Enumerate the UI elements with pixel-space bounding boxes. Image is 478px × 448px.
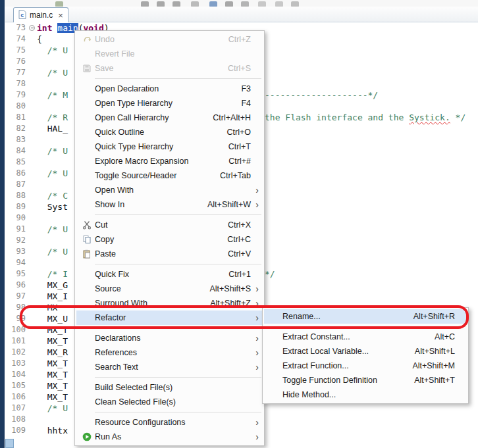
submenu-item-rename[interactable]: Rename...Alt+Shift+R bbox=[264, 309, 467, 324]
menu-item-show-in[interactable]: Show InAlt+Shift+W› bbox=[76, 197, 263, 212]
menu-item-open-type-hierarchy[interactable]: Open Type HierarchyF4 bbox=[76, 96, 263, 111]
submenu-item-extract-local-variable[interactable]: Extract Local Variable...Alt+Shift+L bbox=[264, 344, 467, 359]
line-number[interactable]: 86 bbox=[5, 168, 28, 179]
line-number[interactable]: 92 bbox=[5, 235, 28, 246]
code-segment: /* U bbox=[37, 146, 68, 156]
line-number[interactable]: 95 bbox=[5, 268, 28, 280]
line-number[interactable]: 75 bbox=[5, 45, 28, 56]
code-text: MX_R bbox=[37, 347, 68, 358]
menu-item-open-call-hierarchy[interactable]: Open Call HierarchyCtrl+Alt+H bbox=[76, 111, 263, 125]
line-number[interactable]: 87 bbox=[5, 179, 28, 190]
menu-shortcut: Ctrl+C bbox=[215, 235, 251, 244]
line-number[interactable]: 105 bbox=[5, 380, 28, 391]
menu-item-run-as[interactable]: Run As› bbox=[76, 430, 263, 444]
line-number[interactable]: 94 bbox=[5, 257, 28, 268]
menu-item-label: Cut bbox=[95, 220, 107, 230]
menu-item-search-text[interactable]: Search Text› bbox=[76, 360, 263, 374]
line-number[interactable]: 80 bbox=[5, 101, 28, 112]
menu-item-open-with[interactable]: Open With› bbox=[76, 183, 263, 197]
line-number[interactable]: 109 bbox=[5, 425, 28, 436]
line-number[interactable]: 83 bbox=[5, 134, 28, 145]
line-number[interactable]: 78 bbox=[5, 78, 28, 89]
menu-item-cut[interactable]: CutCtrl+X bbox=[76, 218, 263, 232]
line-number[interactable]: 89 bbox=[5, 201, 28, 212]
menu-item-quick-fix[interactable]: Quick FixCtrl+1 bbox=[76, 267, 263, 282]
editor-tab-bar: c main.c × bbox=[5, 7, 478, 22]
line-number[interactable]: 97 bbox=[5, 291, 28, 302]
fold-gutter bbox=[28, 157, 37, 168]
line-number[interactable]: 84 bbox=[5, 145, 28, 157]
code-segment: --------------------*/ bbox=[265, 90, 378, 100]
menu-item-source[interactable]: SourceAlt+Shift+S› bbox=[76, 282, 263, 296]
code-text: MX_T bbox=[37, 380, 68, 391]
line-number[interactable]: 93 bbox=[5, 246, 28, 257]
menu-item-resource-configurations[interactable]: Resource Configurations› bbox=[76, 415, 263, 430]
menu-item-revert-file[interactable]: Revert File bbox=[76, 47, 263, 61]
tab-main-c[interactable]: c main.c × bbox=[13, 7, 68, 22]
menu-item-quick-type-hierarchy[interactable]: Quick Type HierarchyCtrl+T bbox=[76, 139, 263, 154]
line-number[interactable]: 73 bbox=[5, 22, 28, 34]
menu-item-undo[interactable]: UndoCtrl+Z bbox=[76, 32, 263, 47]
close-icon[interactable]: × bbox=[58, 11, 63, 20]
line-number[interactable]: 81 bbox=[5, 112, 28, 123]
menu-shortcut: Ctrl+V bbox=[216, 249, 251, 259]
line-number[interactable]: 106 bbox=[5, 391, 28, 403]
line-number[interactable]: 79 bbox=[5, 89, 28, 101]
menu-item-save[interactable]: SaveCtrl+S bbox=[76, 61, 263, 76]
fold-gutter bbox=[28, 56, 37, 67]
line-number[interactable]: 108 bbox=[5, 414, 28, 425]
menu-shortcut: Ctrl+Alt+H bbox=[201, 113, 251, 122]
line-number[interactable]: 77 bbox=[5, 67, 28, 78]
code-segment: MX bbox=[37, 303, 57, 312]
line-number[interactable]: 96 bbox=[5, 280, 28, 291]
code-text: MX_U bbox=[37, 313, 68, 324]
menu-item-paste[interactable]: PasteCtrl+V bbox=[76, 247, 263, 261]
line-number[interactable]: 102 bbox=[5, 347, 28, 358]
line-number[interactable]: 98 bbox=[5, 302, 28, 313]
submenu-arrow-icon: › bbox=[251, 334, 259, 343]
fold-gutter bbox=[28, 112, 37, 123]
fold-gutter bbox=[28, 190, 37, 201]
menu-shortcut: Alt+Shift+Z bbox=[198, 299, 251, 308]
code-text: /* U bbox=[37, 145, 68, 157]
submenu-item-toggle-function-definition[interactable]: Toggle Function DefinitionAlt+Shift+T bbox=[264, 373, 467, 387]
menu-item-label: Build Selected File(s) bbox=[95, 383, 173, 392]
menu-item-quick-outline[interactable]: Quick OutlineCtrl+O bbox=[76, 125, 263, 139]
line-number[interactable]: 90 bbox=[5, 212, 28, 224]
line-number[interactable]: 100 bbox=[5, 324, 28, 336]
line-number[interactable]: 103 bbox=[5, 358, 28, 369]
menu-shortcut: F3 bbox=[229, 84, 251, 93]
menu-item-toggle-source-header[interactable]: Toggle Source/HeaderCtrl+Tab bbox=[76, 168, 263, 183]
line-number[interactable]: 104 bbox=[5, 369, 28, 380]
menu-item-clean-selected-file-s[interactable]: Clean Selected File(s) bbox=[76, 395, 263, 409]
line-number[interactable]: 101 bbox=[5, 336, 28, 347]
line-number[interactable]: 74 bbox=[5, 34, 28, 45]
submenu-item-hide-method[interactable]: Hide Method... bbox=[264, 387, 467, 402]
menu-item-label: Open Declaration bbox=[95, 84, 159, 93]
menu-item-explore-macro-expansion[interactable]: Explore Macro ExpansionCtrl+# bbox=[76, 154, 263, 168]
menu-item-declarations[interactable]: Declarations› bbox=[76, 331, 263, 345]
line-number[interactable]: 82 bbox=[5, 123, 28, 134]
code-text: /* U bbox=[37, 45, 68, 56]
menu-item-open-declaration[interactable]: Open DeclarationF3 bbox=[76, 82, 263, 96]
run-icon bbox=[79, 432, 95, 441]
menu-item-label: Run As bbox=[95, 432, 121, 441]
menu-item-copy[interactable]: CopyCtrl+C bbox=[76, 232, 263, 247]
code-segment: MX_T bbox=[37, 381, 68, 391]
line-number[interactable]: 76 bbox=[5, 56, 28, 67]
submenu-item-extract-function[interactable]: Extract Function...Alt+Shift+M bbox=[264, 359, 467, 373]
fold-gutter bbox=[28, 257, 37, 268]
menu-item-build-selected-file-s[interactable]: Build Selected File(s) bbox=[76, 380, 263, 395]
fold-gutter bbox=[28, 78, 37, 89]
menu-item-references[interactable]: References› bbox=[76, 345, 263, 360]
submenu-item-extract-constant[interactable]: Extract Constant...Alt+C bbox=[264, 330, 467, 344]
fold-collapse-icon[interactable] bbox=[28, 22, 37, 34]
scrollbar-corner[interactable] bbox=[5, 439, 14, 448]
line-number[interactable]: 88 bbox=[5, 190, 28, 201]
line-number[interactable]: 85 bbox=[5, 157, 28, 168]
line-number[interactable]: 91 bbox=[5, 224, 28, 235]
menu-item-refactor[interactable]: Refactor› bbox=[76, 311, 263, 325]
line-number[interactable]: 99 bbox=[5, 313, 28, 324]
line-number[interactable]: 107 bbox=[5, 403, 28, 414]
menu-item-surround-with[interactable]: Surround WithAlt+Shift+Z› bbox=[76, 296, 263, 311]
